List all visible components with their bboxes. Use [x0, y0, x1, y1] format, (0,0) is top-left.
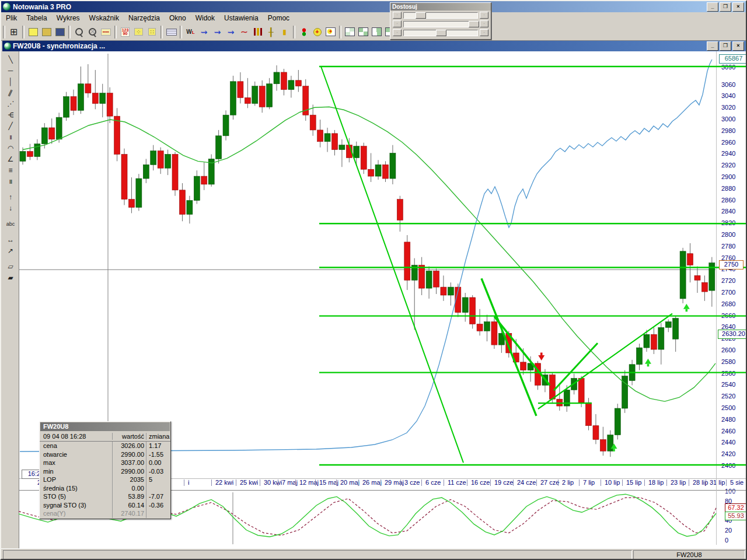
eraser-all-tool[interactable]: ▰: [4, 272, 18, 283]
date-label: 15 lip: [626, 479, 641, 486]
menu-item-tabela[interactable]: Tabela: [22, 13, 51, 23]
gann-fan-tool[interactable]: ∠: [4, 153, 18, 164]
slider-right-button[interactable]: ·: [480, 29, 488, 36]
restore-button[interactable]: ❐: [720, 2, 731, 12]
slider-track[interactable]: [403, 12, 478, 19]
slider-left-button[interactable]: ·: [393, 20, 402, 27]
fan-lines-tool[interactable]: ⋰: [4, 98, 18, 109]
save-icon[interactable]: [53, 26, 67, 38]
zigzag-3-icon[interactable]: ⇝: [224, 26, 238, 38]
eraser-tool[interactable]: ▱: [4, 261, 18, 272]
menu-item-wskaźnik[interactable]: Wskaźnik: [85, 13, 124, 23]
layout-3-icon[interactable]: [370, 26, 383, 38]
date-label: 26 maj: [362, 479, 382, 486]
interval-numbers-icon[interactable]: 12390: [118, 26, 132, 38]
add-circle-icon[interactable]: +: [310, 26, 324, 38]
parallel-lines-tool[interactable]: ∥: [4, 87, 18, 98]
slider-left-button[interactable]: ·: [393, 29, 402, 36]
dostosuj-palette[interactable]: Dostosuj ······: [390, 2, 491, 40]
date-label: 11 cze: [448, 479, 466, 486]
text-tool[interactable]: abc: [4, 218, 18, 229]
fibo-time-zones-tool[interactable]: |||: [4, 131, 18, 142]
menu-item-okno[interactable]: Okno: [165, 13, 191, 23]
chart-close-button[interactable]: ×: [732, 41, 744, 51]
marker-diamond-icon[interactable]: ⁘: [132, 26, 145, 38]
vertical-zones-tool[interactable]: ||||: [4, 176, 18, 187]
pitchfork-tool[interactable]: Ψ: [4, 109, 18, 120]
info-row-sygna-sto-3-: sygnał STO (3)60.14-0.36: [40, 501, 170, 510]
slider-right-button[interactable]: ·: [480, 12, 488, 19]
fibo-arcs-tool[interactable]: ◠: [4, 142, 18, 153]
add-box-icon[interactable]: +: [324, 26, 337, 38]
minimize-button[interactable]: _: [707, 2, 718, 12]
info-row-lop: LOP20355: [40, 475, 170, 484]
chart-area[interactable]: ╲─│∥⋰Ψ╱|||◠∠≡||||↑↓abc↔↗▱▰ 3090306030403…: [2, 51, 747, 548]
marker-square-icon[interactable]: ∷: [145, 26, 159, 38]
toolbar: ⊞╍╍12390⁘∷WL⇝⇝⇝∼╂▮++: [1, 23, 746, 41]
vertical-line-tool[interactable]: │: [4, 76, 18, 87]
trend-line-tool[interactable]: ╲: [4, 54, 18, 65]
quote-table-icon[interactable]: [165, 26, 178, 38]
slider-track[interactable]: [403, 21, 478, 27]
layout-2-icon[interactable]: [357, 26, 370, 38]
open-interest-line: [20, 60, 712, 452]
slider-right-button[interactable]: ·: [480, 20, 488, 27]
zigzag-1-icon[interactable]: ⇝: [197, 26, 211, 38]
date-label: 7 lip: [583, 479, 595, 486]
date-label: 18 lip: [648, 479, 664, 486]
ohlc-chart-icon[interactable]: ╂: [264, 26, 278, 38]
menu-item-narzędzia[interactable]: Narzędzia: [124, 13, 165, 23]
open-folder-icon[interactable]: [40, 26, 53, 38]
horizontal-line-tool[interactable]: ─: [4, 65, 18, 76]
new-file-icon[interactable]: [26, 26, 40, 38]
slider-track[interactable]: [403, 30, 478, 36]
zoom-icon[interactable]: [72, 26, 86, 38]
date-label: 6 cze: [425, 479, 441, 486]
dostosuj-title: Dostosuj: [390, 3, 491, 10]
menu-item-plik[interactable]: Plik: [1, 13, 22, 23]
info-panel-title: FW20U8: [40, 422, 170, 431]
fibo-retracement-tool[interactable]: ≡: [4, 164, 18, 176]
menu-item-widok[interactable]: Widok: [191, 13, 219, 23]
chart-window-title-bar[interactable]: FW20U8 - synchronizacja ... _ ❐ ×: [2, 41, 746, 51]
dostosuj-slider-row-2: ··: [393, 20, 488, 28]
w-indicator-icon[interactable]: WL: [184, 26, 197, 38]
oi-value-box: 65867: [719, 54, 747, 64]
signal-arrows: [538, 304, 690, 452]
date-label: 23 lip: [671, 479, 686, 486]
candle-chart-icon[interactable]: ▮: [278, 26, 291, 38]
chart-window-icon: [4, 43, 11, 50]
arrow-down-tool[interactable]: ↓: [4, 202, 18, 214]
date-label: 29 maj: [385, 479, 404, 486]
menu-item-ustawienia[interactable]: Ustawienia: [219, 13, 263, 23]
title-bar[interactable]: Notowania 3 PRO _ ❐ ×: [1, 1, 746, 12]
pointer-tool[interactable]: ↗: [4, 245, 18, 256]
line-chart-icon[interactable]: ∼: [238, 26, 251, 38]
zigzag-2-icon[interactable]: ⇝: [211, 26, 224, 38]
osc-red-marker-box: 67.32: [725, 503, 747, 512]
layout-1-icon[interactable]: [343, 26, 357, 38]
chart-minimize-button[interactable]: _: [707, 41, 718, 51]
quote-info-panel[interactable]: FW20U8 09 04 08 16:28 wartość zmiana cen…: [39, 421, 171, 519]
arrow-up-tool[interactable]: ↑: [4, 191, 18, 202]
date-label: 31 lip: [710, 479, 725, 486]
date-label: 16 cze: [471, 479, 490, 486]
menu-item-pomoc[interactable]: Pomoc: [263, 13, 294, 23]
window-grid-icon[interactable]: ⊞: [7, 26, 20, 38]
moving-average-line: [23, 107, 715, 401]
slider-left-button[interactable]: ·: [393, 12, 402, 19]
info-row-cena: cena3026.001.17: [40, 442, 170, 450]
close-button[interactable]: ×: [732, 2, 744, 12]
zoom-off-icon[interactable]: [86, 26, 99, 38]
slider-thumb[interactable]: [469, 21, 479, 27]
menu-item-wykres[interactable]: Wykres: [52, 13, 85, 23]
sloped-line-tool[interactable]: ╱: [4, 120, 18, 131]
chart-restore-button[interactable]: ❐: [720, 41, 731, 51]
signal-dots-icon[interactable]: [297, 26, 310, 38]
bar-chart-icon[interactable]: [251, 26, 264, 38]
info-row-sto-5-: STO (5)53.89-7.07: [40, 492, 170, 501]
slider-thumb[interactable]: [436, 30, 446, 36]
horizontal-arrow-tool[interactable]: ↔: [4, 234, 18, 245]
slider-thumb[interactable]: [416, 12, 426, 19]
measure-ruler-icon[interactable]: ╍╍: [99, 26, 113, 38]
